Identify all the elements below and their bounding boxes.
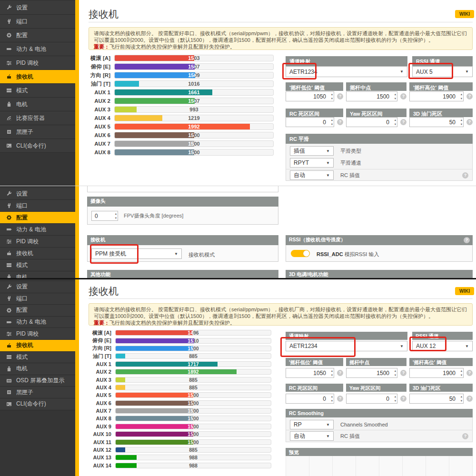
sidebar-item[interactable]: 电机 <box>0 271 75 278</box>
sidebar-item[interactable]: 模式 <box>0 352 75 364</box>
sidebar-item[interactable]: CLI(命令行) <box>0 398 75 410</box>
channel-map-select[interactable]: AETR1234▼ <box>286 341 407 351</box>
sidebar-item[interactable]: 接收机 <box>0 340 75 352</box>
stepper-icon[interactable]: ▴▾ <box>331 92 333 100</box>
stepper-icon[interactable]: ▴▾ <box>395 368 396 377</box>
help-icon[interactable]: ? <box>462 433 468 439</box>
sidebar-item[interactable]: CLI(命令行) <box>0 139 75 153</box>
sidebar-item[interactable]: 模式 <box>0 84 75 98</box>
help-icon[interactable]: ? <box>466 119 473 125</box>
channel-label: 俯仰 [E] <box>89 337 111 344</box>
stepper-icon[interactable]: ▴▾ <box>395 92 396 100</box>
help-icon[interactable]: ? <box>400 370 407 376</box>
stepper-icon[interactable]: ▴▾ <box>461 368 462 377</box>
rssi-adc-toggle[interactable] <box>291 250 310 257</box>
stepper-icon[interactable]: ▴▾ <box>331 118 333 126</box>
sidebar-item[interactable]: 接收机 <box>0 248 75 259</box>
sidebar-item[interactable]: 设置 <box>0 188 75 200</box>
sidebar-item[interactable]: 电机 <box>0 98 75 111</box>
number-inputbox: ▴▾ <box>346 368 397 378</box>
help-icon[interactable]: ? <box>400 93 407 99</box>
sidebar-item[interactable]: 电机 <box>0 363 75 375</box>
number-input[interactable] <box>409 368 464 378</box>
sidebar-item[interactable]: 端口 <box>0 200 75 212</box>
stepper-icon[interactable]: ▴▾ <box>331 394 333 403</box>
sidebar-item[interactable]: 端口 <box>0 293 75 305</box>
sidebar-item[interactable]: 接收机 <box>0 70 75 84</box>
channel-label: 方向 [R] <box>89 345 111 352</box>
sidebar-item[interactable]: 端口 <box>0 15 75 29</box>
stepper-icon[interactable]: ▴▾ <box>461 394 462 403</box>
channel-bar-fill: 1661 <box>115 89 212 95</box>
stepper-icon[interactable]: ▴▾ <box>461 118 462 126</box>
number-input[interactable] <box>286 91 334 101</box>
help-icon[interactable]: ? <box>462 172 468 178</box>
camera-angle-input[interactable] <box>91 211 118 221</box>
channel-row: AUX 3885885 <box>89 376 271 383</box>
number-input[interactable] <box>286 368 334 378</box>
number-input[interactable] <box>346 91 397 101</box>
sidebar-item[interactable]: 黑匣子 <box>0 387 75 398</box>
sidebar-item[interactable]: OSD 屏幕叠加显示 <box>0 375 75 387</box>
help-icon[interactable]: ? <box>466 370 473 376</box>
stepper-icon[interactable]: ▴▾ <box>331 368 333 377</box>
channel-bar-fill: 885 <box>116 447 125 452</box>
number-input[interactable] <box>346 394 397 404</box>
field-header: 3D 油门死区 <box>409 384 473 392</box>
field-header: '摇杆低位' 阈值 <box>286 358 343 366</box>
sidebar-item[interactable]: PID 调校 <box>0 328 75 340</box>
channel-value: 1507 <box>115 64 195 69</box>
sidebar-item-label: 接收机 <box>16 73 33 81</box>
stepper-icon[interactable]: ▴▾ <box>115 211 117 220</box>
number-input[interactable] <box>346 368 397 378</box>
sidebar-item[interactable]: 动力 & 电池 <box>0 317 75 328</box>
number-input[interactable] <box>286 117 334 127</box>
dropdown[interactable]: 自动▼ <box>290 431 334 441</box>
channel-map-select[interactable]: AETR1234▼ <box>286 66 407 77</box>
stepper-icon[interactable]: ▴▾ <box>395 394 396 403</box>
sidebar-item[interactable]: 设置 <box>0 1 75 15</box>
number-input[interactable] <box>409 117 464 127</box>
stepper-icon[interactable]: ▴▾ <box>395 118 396 126</box>
channel-bar-fill: 1219 <box>115 115 162 121</box>
sidebar-item[interactable]: 比赛应答器 <box>0 111 75 125</box>
number-input[interactable] <box>409 91 464 101</box>
receiver-mode-select[interactable]: PPM 接受机▼ <box>91 248 182 259</box>
channel-meter: 15001500 <box>115 431 271 437</box>
help-icon[interactable]: ? <box>466 93 473 99</box>
rssi-channel-select[interactable]: AUX 12▼ <box>412 341 473 351</box>
help-icon[interactable]: ? <box>337 93 343 99</box>
rssi-channel-select[interactable]: AUX 5▼ <box>412 66 473 77</box>
sidebar-item[interactable]: 配置 <box>0 305 75 317</box>
help-icon[interactable]: ? <box>400 119 407 125</box>
help-icon[interactable]: ? <box>337 396 343 402</box>
sidebar-item[interactable]: 配置 <box>0 212 75 224</box>
number-input[interactable] <box>346 117 397 127</box>
stepper-icon[interactable]: ▴▾ <box>461 92 462 100</box>
channel-row: 俯仰 [E]15071507 <box>89 62 274 71</box>
sidebar-item[interactable]: PID 调校 <box>0 56 75 70</box>
dropdown[interactable]: 自动▼ <box>290 170 334 180</box>
channel-label: AUX 4 <box>89 115 110 121</box>
sidebar-item[interactable]: 模式 <box>0 259 75 271</box>
help-icon[interactable]: ? <box>337 370 343 376</box>
sidebar-item[interactable]: 设置 <box>0 281 75 293</box>
number-input[interactable] <box>286 394 334 404</box>
channel-bar-fill: 1500 <box>115 132 194 138</box>
field-header: Yaw 死区区间 <box>346 384 407 392</box>
dropdown[interactable]: RP▼ <box>290 420 334 429</box>
help-icon[interactable]: ? <box>466 396 473 402</box>
number-input[interactable] <box>409 394 464 404</box>
help-icon[interactable]: ? <box>464 237 470 243</box>
dropdown[interactable]: 插值▼ <box>290 146 334 156</box>
field: ▴▾? <box>409 117 473 127</box>
help-icon[interactable]: ? <box>337 119 343 125</box>
dropdown[interactable]: RPYT▼ <box>290 158 334 168</box>
sidebar-item[interactable]: 配置 <box>0 29 75 42</box>
help-icon[interactable]: ? <box>400 396 407 402</box>
sidebar-item[interactable]: 黑匣子 <box>0 125 75 139</box>
sidebar-item[interactable]: 动力 & 电池 <box>0 42 75 56</box>
number-inputbox: ▴▾ <box>346 91 397 101</box>
sidebar-item[interactable]: 动力 & 电池 <box>0 224 75 236</box>
sidebar-item[interactable]: PID 调校 <box>0 236 75 248</box>
